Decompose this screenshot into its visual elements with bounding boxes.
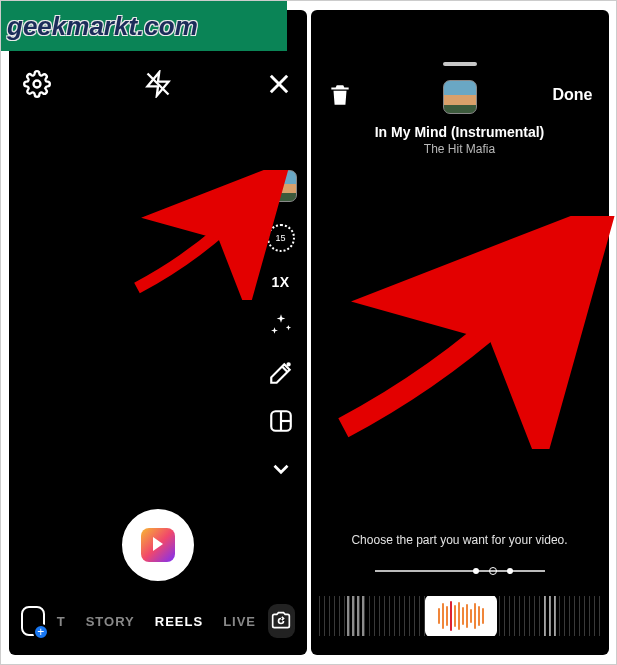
reels-tool-rail: 15 1X xyxy=(265,170,297,482)
watermark-text: geekmarkt.com xyxy=(7,11,198,42)
mode-live[interactable]: LIVE xyxy=(223,614,256,629)
song-title: In My Mind (Instrumental) xyxy=(311,124,609,140)
trash-icon[interactable] xyxy=(327,82,353,108)
timeline-marker xyxy=(489,567,497,575)
song-info: In My Mind (Instrumental) The Hit Mafia xyxy=(311,124,609,156)
speed-button[interactable]: 1X xyxy=(271,274,289,290)
timeline-marker xyxy=(507,568,513,574)
svg-point-0 xyxy=(33,81,40,88)
timeline-marker xyxy=(473,568,479,574)
mode-reels[interactable]: REELS xyxy=(155,614,203,629)
selection-window[interactable] xyxy=(425,596,497,636)
gallery-button[interactable]: + xyxy=(21,606,45,636)
reels-camera-screen: 15 1X + T STORY xyxy=(9,10,307,655)
sheet-handle[interactable] xyxy=(443,62,477,66)
effects-icon[interactable] xyxy=(268,312,294,338)
camera-mode-switcher[interactable]: T STORY REELS LIVE xyxy=(57,614,256,629)
switch-camera-button[interactable] xyxy=(268,604,294,638)
timeline-line xyxy=(375,570,545,572)
flash-off-icon[interactable] xyxy=(144,70,172,98)
done-button[interactable]: Done xyxy=(553,86,593,104)
audio-thumbnail[interactable] xyxy=(443,80,477,114)
audio-waveform-scrubber[interactable] xyxy=(319,591,601,641)
watermark-banner: geekmarkt.com xyxy=(1,1,287,51)
touchup-icon[interactable] xyxy=(268,360,294,386)
settings-icon[interactable] xyxy=(23,70,51,98)
close-icon[interactable] xyxy=(265,70,293,98)
audio-trim-screen: Done In My Mind (Instrumental) The Hit M… xyxy=(311,10,609,655)
layout-icon[interactable] xyxy=(268,408,294,434)
plus-badge-icon: + xyxy=(33,624,49,640)
chevron-down-icon[interactable] xyxy=(268,456,294,482)
record-button[interactable] xyxy=(122,509,194,581)
clip-overview-timeline[interactable] xyxy=(375,565,545,577)
reels-logo-icon xyxy=(141,528,175,562)
mode-story[interactable]: STORY xyxy=(86,614,135,629)
duration-label: 15 xyxy=(275,233,285,243)
duration-icon[interactable]: 15 xyxy=(267,224,295,252)
instruction-text: Choose the part you want for your video. xyxy=(311,533,609,547)
svg-point-5 xyxy=(287,363,289,365)
song-artist: The Hit Mafia xyxy=(311,142,609,156)
waveform-track xyxy=(319,596,601,636)
mode-t[interactable]: T xyxy=(57,614,66,629)
audio-thumbnail[interactable] xyxy=(265,170,297,202)
